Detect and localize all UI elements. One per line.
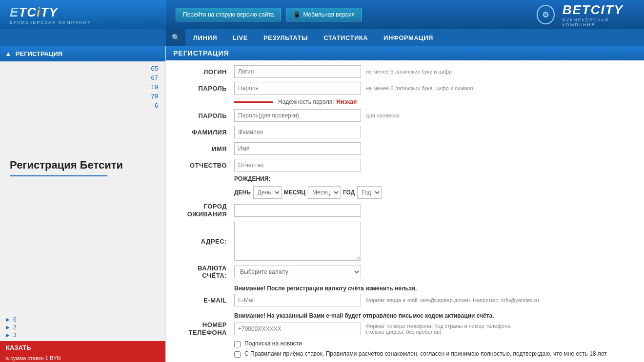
nav-bar: 🔍 ЛИНИЯ LIVE РЕЗУЛЬТАТЫ СТАТИСТИКА ИНФОР… (0, 29, 644, 46)
arrow-right-icon-3: ► (5, 332, 11, 339)
phone-row: НОМЕР ТЕЛЕФОНА Формат номера телефона: К… (176, 321, 634, 336)
nav-item-results[interactable]: РЕЗУЛЬТАТЫ (256, 29, 316, 46)
month-select[interactable]: Месяц (308, 186, 341, 199)
logo-big: ⚙ BETCITY БУКМЕКЕРСКАЯ КОМПАНИЯ (537, 2, 637, 27)
sidebar: ▲ РЕГИСТРАЦИЯ 65 67 19 79 6 Регистрация … (0, 46, 166, 362)
checkbox-news[interactable] (234, 341, 241, 347)
patronymic-row: ОТЧЕСТВО (176, 159, 634, 171)
search-button[interactable]: 🔍 (166, 29, 185, 46)
search-icon: 🔍 (172, 34, 180, 41)
strength-value: Низкая (337, 98, 357, 105)
form-area: ЛОГИН не менее 6 латинских букв и цифр П… (166, 60, 644, 362)
login-input[interactable] (234, 65, 361, 78)
birth-section-row: РОЖДЕНИЯ: (176, 175, 634, 182)
bet-button[interactable]: КАЗАТЬ (0, 341, 165, 354)
logo-circle-icon: ⚙ (537, 5, 555, 24)
header-center: Перейти на старую версию сайта 📱 Мобильн… (166, 8, 537, 21)
password-hint: не менее 6 латинских букв, цифр и символ… (366, 85, 475, 91)
sidebar-bottom-item-2[interactable]: ► 2 (5, 324, 161, 331)
strength-bar (234, 101, 273, 103)
password2-input[interactable] (234, 109, 361, 122)
sidebar-num-67[interactable]: 67 (149, 73, 161, 82)
city-input[interactable] (234, 204, 361, 217)
nav-item-live[interactable]: LIVE (225, 29, 256, 46)
currency-warning: Внимание! После регистрации валюту счёта… (176, 283, 634, 294)
sidebar-bottom-item-6[interactable]: ► 6 (5, 316, 161, 323)
mobile-icon: 📱 (293, 11, 301, 18)
logo-big-text: BETCITY (563, 2, 637, 18)
old-site-button[interactable]: Перейти на старую версию сайта (176, 8, 281, 21)
page-title-area: Регистрация Бетсити (0, 149, 165, 181)
main-content: РЕГИСТРАЦИЯ ЛОГИН не менее 6 латинских б… (166, 46, 644, 362)
sidebar-num-79[interactable]: 79 (149, 92, 161, 101)
birth-section-text: РОЖДЕНИЯ: (234, 175, 270, 182)
sidebar-num-6[interactable]: 6 (152, 101, 161, 110)
nav-item-info[interactable]: ИНФОРМАЦИЯ (376, 29, 441, 46)
email-row: E-MAIL Формат ввода e-mail: имя@сервер.д… (176, 294, 634, 306)
checkbox-news-label: Подписка на новости (244, 340, 302, 347)
address-textarea[interactable] (234, 222, 361, 261)
logo-small-subtitle: БУКМЕКЕРСКАЯ КОМПАНИЯ (10, 20, 92, 25)
patronymic-input[interactable] (234, 159, 361, 171)
phone-input[interactable] (234, 323, 361, 335)
lastname-input[interactable] (234, 126, 361, 138)
checkbox-news-row: Подписка на новости (176, 340, 634, 347)
password2-label: ПАРОЛЬ (176, 112, 234, 119)
password-label: ПАРОЛЬ (176, 85, 234, 92)
sidebar-num-19[interactable]: 19 (149, 82, 161, 92)
year-label: ГОД (343, 189, 355, 196)
sidebar-numbers: 65 67 19 79 6 (0, 61, 165, 110)
firstname-label: ИМЯ (176, 145, 234, 152)
checkbox-rules[interactable] (234, 351, 241, 358)
logo-small: ETCiTY БУКМЕКЕРСКАЯ КОМПАНИЯ (10, 5, 92, 25)
password2-hint: для проверки (366, 113, 400, 118)
email-input[interactable] (234, 294, 361, 306)
login-row: ЛОГИН не менее 6 латинских букв и цифр (176, 65, 634, 78)
nav-item-liniya[interactable]: ЛИНИЯ (185, 29, 225, 46)
login-hint: не менее 6 латинских букв и цифр (366, 69, 452, 75)
password-row: ПАРОЛЬ не менее 6 латинских букв, цифр и… (176, 82, 634, 95)
currency-row: ВАЛЮТА СЧЁТА: Выберите валюту (176, 265, 634, 279)
email-hint: Формат ввода e-mail: имя@сервер.домен. Н… (366, 297, 539, 303)
email-label: E-MAIL (176, 297, 234, 304)
password2-row: ПАРОЛЬ для проверки (176, 109, 634, 122)
sidebar-bottom-item-3[interactable]: ► 3 (5, 332, 161, 339)
year-select[interactable]: Год (357, 186, 382, 199)
sidebar-num-65[interactable]: 65 (149, 64, 161, 73)
city-row: ГОРОД ОЖИВАНИЯ (176, 203, 634, 218)
arrow-right-icon-6: ► (5, 316, 11, 323)
birth-fields: ДЕНЬ День МЕСЯЦ Месяц ГОД Год (234, 186, 382, 199)
header-left: ETCiTY БУКМЕКЕРСКАЯ КОМПАНИЯ (0, 0, 166, 29)
logo-big-subtitle: БУКМЕКЕРСКАЯ КОМПАНИЯ (563, 18, 637, 27)
month-label: МЕСЯЦ (284, 189, 305, 196)
birth-row: ДЕНЬ День МЕСЯЦ Месяц ГОД Год (176, 186, 634, 199)
city-label: ГОРОД ОЖИВАНИЯ (176, 203, 234, 218)
registration-header: РЕГИСТРАЦИЯ (166, 46, 644, 60)
checkbox-rules-row: С Правилами приёма ставок, Правилами рас… (176, 350, 634, 358)
mobile-button[interactable]: 📱 Мобильная версия (286, 8, 362, 21)
page-title: Регистрация Бетсити (10, 159, 156, 171)
sidebar-reg-button[interactable]: ▲ РЕГИСТРАЦИЯ (0, 46, 165, 61)
arrow-right-icon-2: ► (5, 324, 11, 331)
firstname-input[interactable] (234, 142, 361, 155)
logo-small-text: ETCiTY (10, 5, 92, 20)
login-label: ЛОГИН (176, 68, 234, 76)
phone-label: НОМЕР ТЕЛЕФОНА (176, 321, 234, 336)
nav-item-stats[interactable]: СТАТИСТИКА (316, 29, 376, 46)
strength-label: Надёжность пароля: (278, 98, 334, 105)
chevron-up-icon: ▲ (5, 50, 12, 57)
day-select[interactable]: День (253, 186, 282, 199)
header: ETCiTY БУКМЕКЕРСКАЯ КОМПАНИЯ Перейти на … (0, 0, 644, 29)
content-area: ▲ РЕГИСТРАЦИЯ 65 67 19 79 6 Регистрация … (0, 46, 644, 362)
header-right: ⚙ BETCITY БУКМЕКЕРСКАЯ КОМПАНИЯ (537, 2, 644, 27)
page-title-underline (10, 175, 107, 176)
address-row: АДРЕС: (176, 222, 634, 261)
firstname-row: ИМЯ (176, 142, 634, 155)
password-input[interactable] (234, 82, 361, 95)
currency-select[interactable]: Выберите валюту (234, 266, 361, 278)
phone-hint: Формат номера телефона: Код страны и ном… (366, 323, 512, 335)
min-bet-label: а сумма ставки 1 BYN (0, 354, 165, 362)
currency-label: ВАЛЮТА СЧЁТА: (176, 265, 234, 279)
checkbox-rules-label: С Правилами приёма ставок, Правилами рас… (244, 350, 607, 357)
activation-warning: Внимание! На указанный Вами e-mail будет… (176, 310, 634, 321)
